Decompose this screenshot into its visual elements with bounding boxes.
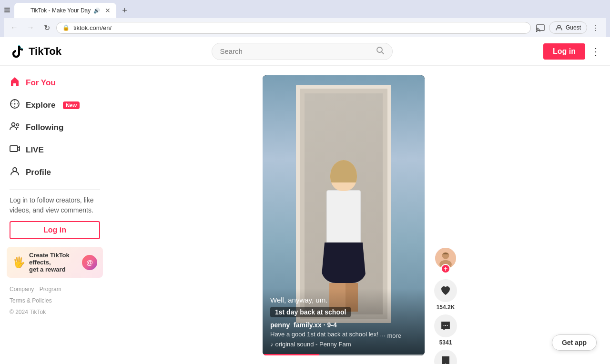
profile-label: Profile bbox=[26, 168, 51, 177]
effects-banner[interactable]: 🖐 Create TikTok effects, get a reward @ bbox=[7, 247, 103, 278]
at-symbol: @ bbox=[86, 259, 93, 266]
people-icon bbox=[10, 121, 20, 134]
sidebar-item-live[interactable]: LIVE bbox=[0, 139, 110, 161]
svg-point-19 bbox=[444, 325, 445, 326]
video-description: Have a good 1st dat back at school lex! … bbox=[270, 331, 385, 338]
comment-icon-circle bbox=[434, 314, 457, 337]
get-app-button[interactable]: Get app bbox=[552, 334, 597, 351]
person-icon bbox=[10, 166, 20, 179]
comment-count: 5341 bbox=[439, 339, 452, 346]
guest-button[interactable]: Guest bbox=[549, 21, 587, 34]
effects-line2: get a reward bbox=[29, 266, 78, 273]
person-head bbox=[330, 160, 357, 191]
more-button[interactable]: ⋮ bbox=[589, 21, 602, 34]
video-username[interactable]: penny_family.xx · 9-4 bbox=[270, 321, 417, 329]
url-input[interactable] bbox=[73, 24, 525, 31]
footer-link-program[interactable]: Program bbox=[40, 286, 61, 293]
header: TikTok Log in ⋮ bbox=[0, 37, 610, 66]
video-card[interactable]: Well, anyway, um. 1st day back at school… bbox=[263, 75, 425, 355]
bookmark-icon-circle bbox=[434, 350, 457, 364]
video-sound[interactable]: ♪ original sound - Penny Fam bbox=[270, 341, 417, 348]
for-you-label: For You bbox=[26, 78, 56, 88]
person-hair bbox=[330, 160, 357, 182]
tab-list-button[interactable] bbox=[4, 7, 10, 15]
sidebar-item-explore[interactable]: Explore New bbox=[0, 94, 110, 116]
following-label: Following bbox=[26, 123, 63, 132]
sidebar-cta-text: Log in to follow creators, like videos, … bbox=[0, 195, 110, 215]
video-desc-row: Have a good 1st dat back at school lex! … bbox=[270, 331, 417, 341]
sidebar-divider bbox=[10, 189, 100, 190]
browser-toolbar: ← → ↻ 🔒 Guest ⋮ bbox=[4, 18, 606, 37]
back-button[interactable]: ← bbox=[8, 21, 21, 34]
progress-bar bbox=[263, 354, 425, 355]
effects-icon-circle: @ bbox=[82, 255, 97, 270]
svg-point-15 bbox=[13, 168, 17, 172]
get-app-container: Get app bbox=[552, 334, 597, 351]
video-hashtag: 1st day back at school bbox=[270, 307, 351, 317]
cast-icon[interactable] bbox=[534, 21, 547, 34]
svg-point-11 bbox=[14, 103, 16, 105]
svg-rect-14 bbox=[10, 146, 18, 152]
logo[interactable]: TikTok bbox=[10, 44, 61, 59]
effects-text-container: Create TikTok effects, get a reward bbox=[29, 252, 78, 273]
music-note-icon: ♪ bbox=[270, 341, 274, 348]
copyright-text: © 2024 TikTok bbox=[10, 309, 46, 315]
sidebar-item-following[interactable]: Following bbox=[0, 116, 110, 139]
svg-point-13 bbox=[17, 124, 19, 126]
main-content: Well, anyway, um. 1st day back at school… bbox=[110, 66, 610, 364]
person-skirt bbox=[321, 243, 366, 283]
svg-rect-3 bbox=[20, 7, 28, 14]
search-submit-button[interactable] bbox=[376, 46, 385, 57]
forward-button[interactable]: → bbox=[24, 21, 37, 34]
lock-icon: 🔒 bbox=[62, 24, 70, 31]
footer-link-terms[interactable]: Terms & Policies bbox=[10, 297, 52, 304]
reload-button[interactable]: ↻ bbox=[40, 21, 53, 34]
sidebar: For You Explore New Following bbox=[0, 66, 110, 364]
video-overlay: Well, anyway, um. 1st day back at school… bbox=[263, 288, 425, 355]
sidebar-item-for-you[interactable]: For You bbox=[0, 71, 110, 94]
svg-rect-1 bbox=[4, 10, 10, 10]
live-label: LIVE bbox=[26, 145, 44, 155]
heart-icon-circle bbox=[434, 279, 457, 302]
app: TikTok Log in ⋮ For You bbox=[0, 37, 610, 364]
save-button[interactable]: 9883 bbox=[434, 350, 457, 364]
sidebar-login-button[interactable]: Log in bbox=[10, 221, 100, 239]
comment-button[interactable]: 5341 bbox=[434, 314, 457, 346]
feed-container: Well, anyway, um. 1st day back at school… bbox=[263, 75, 457, 358]
explore-new-badge: New bbox=[63, 101, 80, 109]
footer-link-company[interactable]: Company bbox=[10, 286, 34, 293]
search-bar[interactable] bbox=[212, 43, 393, 60]
tab-mute-icon[interactable]: 🔊 bbox=[93, 8, 100, 14]
compass-icon bbox=[10, 99, 20, 111]
progress-fill bbox=[263, 354, 319, 355]
creator-avatar-container[interactable]: + bbox=[434, 247, 457, 270]
address-bar[interactable]: 🔒 bbox=[56, 22, 531, 34]
video-caption: Well, anyway, um. bbox=[270, 296, 417, 304]
header-login-button[interactable]: Log in bbox=[543, 43, 585, 60]
logo-text: TikTok bbox=[29, 45, 61, 58]
svg-point-12 bbox=[12, 123, 15, 126]
body-layout: For You Explore New Following bbox=[0, 66, 610, 364]
like-button[interactable]: 154.2K bbox=[434, 279, 457, 311]
effects-line1: Create TikTok effects, bbox=[29, 252, 78, 266]
video-more-button[interactable]: more bbox=[387, 332, 401, 339]
toolbar-right: Guest ⋮ bbox=[534, 21, 602, 34]
search-input[interactable] bbox=[220, 47, 372, 55]
person-body bbox=[326, 190, 361, 243]
like-count: 154.2K bbox=[437, 304, 455, 311]
header-more-button[interactable]: ⋮ bbox=[591, 46, 600, 57]
svg-rect-2 bbox=[4, 11, 10, 12]
tab-close-button[interactable]: ✕ bbox=[105, 7, 111, 14]
svg-point-21 bbox=[447, 325, 448, 326]
explore-label: Explore bbox=[26, 101, 55, 110]
sidebar-item-profile[interactable]: Profile bbox=[0, 161, 110, 183]
sidebar-footer: Company Program Terms & Policies © 2024 … bbox=[0, 283, 110, 318]
tab-favicon-icon: ♪ bbox=[20, 7, 28, 14]
svg-point-6 bbox=[536, 31, 538, 32]
tiktok-logo-icon bbox=[10, 44, 25, 59]
hand-emoji: 🖐 bbox=[12, 256, 25, 269]
follow-plus-button[interactable]: + bbox=[441, 264, 450, 273]
new-tab-button[interactable]: + bbox=[118, 4, 131, 18]
action-sidebar: + 154.2K 5341 bbox=[434, 75, 457, 358]
browser-tab[interactable]: ♪ TikTok - Make Your Day 🔊 ✕ bbox=[14, 3, 116, 18]
